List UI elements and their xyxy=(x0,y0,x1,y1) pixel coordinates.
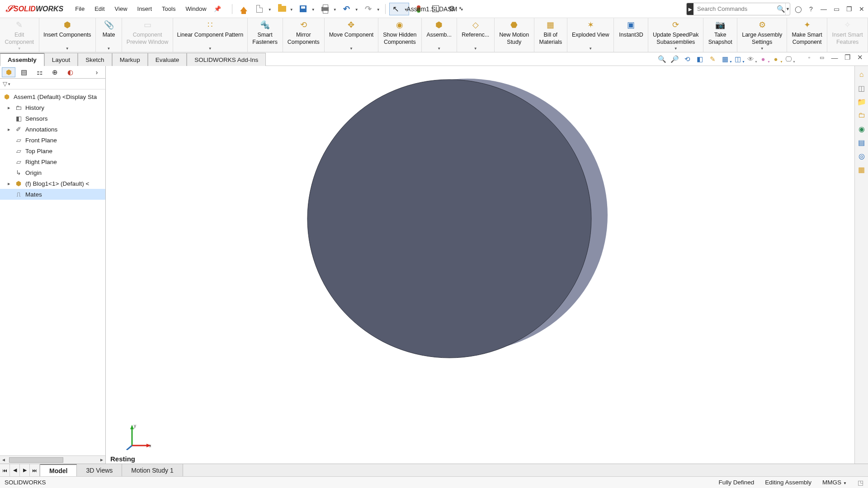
minimize-button[interactable]: — xyxy=(819,5,828,14)
view-orientation-icon[interactable]: ▦▼ xyxy=(720,54,731,64)
doc-min-button[interactable]: ▫ xyxy=(804,52,815,62)
redo-button[interactable]: ↷▼ xyxy=(362,3,382,15)
tree-item-right-plane[interactable]: ▱Right Plane xyxy=(0,156,105,167)
pin-icon[interactable]: 📌 xyxy=(214,5,222,12)
menu-tools[interactable]: Tools xyxy=(157,3,180,15)
property-manager-tab[interactable]: ▤ xyxy=(17,67,31,77)
open-button[interactable]: ▼ xyxy=(275,3,295,15)
taskpane-custom-props-icon[interactable]: ◎ xyxy=(856,150,867,162)
tab-sketch[interactable]: Sketch xyxy=(78,53,112,66)
expand-icon[interactable]: ▸ xyxy=(6,105,12,111)
manager-overflow[interactable]: › xyxy=(90,67,104,77)
status-units[interactable]: MMGS▼ xyxy=(822,479,847,486)
ribbon-exploded-view[interactable]: ✶Exploded View▼ xyxy=(567,18,614,52)
ribbon-update-speedpak-subassemblies[interactable]: ⟳Update SpeedPak Subassemblies▼ xyxy=(648,18,703,52)
tab-evaluate[interactable]: Evaluate xyxy=(148,53,187,66)
doc-tile-button[interactable]: — xyxy=(829,52,840,62)
zoom-fit-icon[interactable]: 🔍 xyxy=(656,54,667,64)
restore-button[interactable]: ❐ xyxy=(844,5,854,14)
user-icon[interactable]: ◯ xyxy=(794,5,803,14)
doc-close-button[interactable]: ✕ xyxy=(854,52,865,62)
view-settings-icon[interactable]: 🖵▼ xyxy=(783,54,794,64)
feature-manager-tab[interactable]: ⬢ xyxy=(2,67,15,77)
ribbon-insert-components[interactable]: ⬢Insert Components▼ xyxy=(39,18,96,52)
tree-item-front-plane[interactable]: ▱Front Plane xyxy=(0,135,105,145)
bottom-tab-3d-views[interactable]: 3D Views xyxy=(77,464,122,476)
ribbon-smart-fasteners[interactable]: 🔩Smart Fasteners xyxy=(248,18,283,52)
tab-markup[interactable]: Markup xyxy=(112,53,148,66)
dimxpert-tab[interactable]: ⊕ xyxy=(48,67,61,77)
display-manager-tab[interactable]: ◐ xyxy=(63,67,77,77)
menu-edit[interactable]: Edit xyxy=(90,3,109,15)
doc-max-button[interactable]: ▭ xyxy=(816,52,827,62)
search-input[interactable] xyxy=(693,5,777,12)
ribbon-referenc[interactable]: ◇Referenc...▼ xyxy=(457,18,495,52)
tab-layout[interactable]: Layout xyxy=(44,53,78,66)
tree-filter[interactable]: ▽▾ xyxy=(0,79,105,89)
print-button[interactable]: ▼ xyxy=(318,3,338,15)
tree-item-annotations[interactable]: ▸✐Annotations xyxy=(0,124,105,135)
bottom-tab-model[interactable]: Model xyxy=(40,464,77,476)
menu-insert[interactable]: Insert xyxy=(133,3,157,15)
tab-solidworks-add-ins[interactable]: SOLIDWORKS Add-Ins xyxy=(187,53,266,66)
ribbon-move-component[interactable]: ✥Move Component▼ xyxy=(325,18,378,52)
save-button[interactable]: ▼ xyxy=(297,3,316,15)
tab-nav-first[interactable]: ⏮ xyxy=(0,464,10,476)
bottom-tab-motion-study-1[interactable]: Motion Study 1 xyxy=(122,464,183,476)
section-view-icon[interactable]: ◧ xyxy=(694,54,705,64)
display-style-icon[interactable]: ◫▼ xyxy=(732,54,743,64)
menu-window[interactable]: Window xyxy=(181,3,211,15)
previous-view-icon[interactable]: ⟲ xyxy=(682,54,693,64)
command-search[interactable]: ▸ 🔍 ▼ xyxy=(686,3,790,15)
ribbon-make-smart-component[interactable]: ✦Make Smart Component xyxy=(787,18,827,52)
ribbon-bill-of-materials[interactable]: ▦Bill of Materials xyxy=(534,18,567,52)
help-icon[interactable]: ? xyxy=(807,5,816,14)
tree-hscroll[interactable]: ◄► xyxy=(0,455,105,464)
select-tool-button[interactable]: ↖▼ xyxy=(389,3,409,15)
ribbon-large-assembly-settings[interactable]: ⚙Large Assembly Settings▼ xyxy=(737,18,787,52)
tree-item-top-plane[interactable]: ▱Top Plane xyxy=(0,145,105,156)
home-button[interactable] xyxy=(236,3,251,15)
taskpane-file-explorer-icon[interactable]: 🗀 xyxy=(856,109,867,121)
dynamic-annotation-icon[interactable]: ✎ xyxy=(707,54,718,64)
taskpane-forum-icon[interactable]: ▦ xyxy=(856,164,867,175)
menu-file[interactable]: File xyxy=(71,3,89,15)
tab-nav-prev[interactable]: ◀ xyxy=(10,464,20,476)
menu-view[interactable]: View xyxy=(110,3,132,15)
configuration-manager-tab[interactable]: ⚏ xyxy=(33,67,46,77)
search-dropdown[interactable]: ▼ xyxy=(785,3,790,15)
taskpane-view-palette-icon[interactable]: ◉ xyxy=(856,123,867,135)
tab-nav-next[interactable]: ▶ xyxy=(20,464,30,476)
tree-item-sensors[interactable]: ◧Sensors xyxy=(0,113,105,124)
taskpane-appearances-icon[interactable]: ▤ xyxy=(856,136,867,148)
doc-restore-button[interactable]: ❐ xyxy=(842,52,853,62)
ribbon-mate[interactable]: 📎Mate▼ xyxy=(96,18,122,52)
layout-button[interactable]: ▭ xyxy=(832,5,841,14)
close-button[interactable]: ✕ xyxy=(857,5,866,14)
tree-item-origin[interactable]: ↳Origin xyxy=(0,167,105,178)
ribbon-linear-component-pattern[interactable]: ∷Linear Component Pattern▼ xyxy=(173,18,248,52)
tree-item-history[interactable]: ▸🗀History xyxy=(0,102,105,113)
graphics-area[interactable]: y x Resting xyxy=(106,66,868,464)
ribbon-show-hidden-components[interactable]: ◉Show Hidden Components xyxy=(378,18,422,52)
tree-root-node[interactable]: ⬢ Assem1 (Default) <Display Sta xyxy=(0,91,105,102)
ribbon-new-motion-study[interactable]: ⬣New Motion Study xyxy=(495,18,534,52)
expand-icon[interactable]: ▸ xyxy=(6,127,12,132)
taskpane-design-lib-icon[interactable]: 📁 xyxy=(856,96,867,108)
tab-assembly[interactable]: Assembly xyxy=(0,53,44,66)
ribbon-mirror-components[interactable]: ⟲Mirror Components xyxy=(283,18,325,52)
ribbon-assemb[interactable]: ⬢Assemb...▼ xyxy=(422,18,457,52)
taskpane-resources-icon[interactable]: ◫ xyxy=(856,82,867,94)
ribbon-instant3d[interactable]: ▣Instant3D xyxy=(614,18,648,52)
ribbon-take-snapshot[interactable]: 📷Take Snapshot xyxy=(703,18,737,52)
tree-item-f-blog1-1-default-d[interactable]: ▸⬢(f) Blog1<1> (Default) < xyxy=(0,178,105,189)
appearance-icon[interactable]: ●▼ xyxy=(758,54,769,64)
taskpane-home-icon[interactable]: ⌂ xyxy=(856,69,867,80)
tab-nav-last[interactable]: ⏭ xyxy=(30,464,40,476)
new-doc-button[interactable]: ▼ xyxy=(253,3,273,15)
undo-button[interactable]: ↶▼ xyxy=(340,3,360,15)
zoom-area-icon[interactable]: 🔎 xyxy=(669,54,680,64)
scene-icon[interactable]: ●▼ xyxy=(770,54,781,64)
hide-show-icon[interactable]: 👁▼ xyxy=(745,54,756,64)
tree-item-mates[interactable]: ⎍Mates xyxy=(0,189,105,200)
